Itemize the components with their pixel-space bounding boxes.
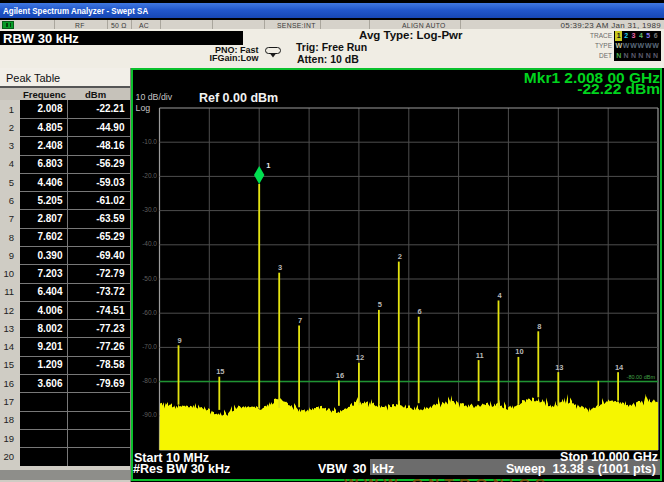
svg-text:-70.0: -70.0 [142,342,157,349]
svg-text:Ref 0.00 dBm: Ref 0.00 dBm [199,91,278,105]
svg-text:-50.0: -50.0 [142,274,157,281]
svg-text:-40.0: -40.0 [142,240,157,247]
svg-text:-10.0: -10.0 [142,137,157,144]
svg-text:12: 12 [355,353,363,362]
svg-text:5: 5 [377,300,381,309]
svg-text:11: 11 [475,350,483,359]
svg-text:3: 3 [278,263,282,272]
svg-text:-80.00 dBm: -80.00 dBm [626,374,655,380]
svg-text:-80.0: -80.0 [142,377,157,384]
svg-text:10: 10 [515,347,523,356]
svg-text:Log: Log [135,103,150,113]
svg-text:14: 14 [614,362,623,371]
svg-text:-30.0: -30.0 [142,206,157,213]
svg-text:-60.0: -60.0 [142,308,157,315]
svg-text:6: 6 [417,307,421,316]
svg-text:-90.0: -90.0 [142,411,157,418]
svg-text:4: 4 [497,291,502,300]
svg-text:-20.0: -20.0 [142,171,157,178]
svg-text:13: 13 [555,362,563,371]
svg-text:7: 7 [298,316,302,325]
svg-text:16: 16 [335,371,343,380]
svg-text:9: 9 [177,335,181,344]
svg-text:8: 8 [537,321,541,330]
svg-text:2: 2 [397,252,401,261]
svg-text:1: 1 [266,161,270,170]
svg-text:10 dB/div: 10 dB/div [135,92,172,102]
svg-text:15: 15 [216,367,224,376]
